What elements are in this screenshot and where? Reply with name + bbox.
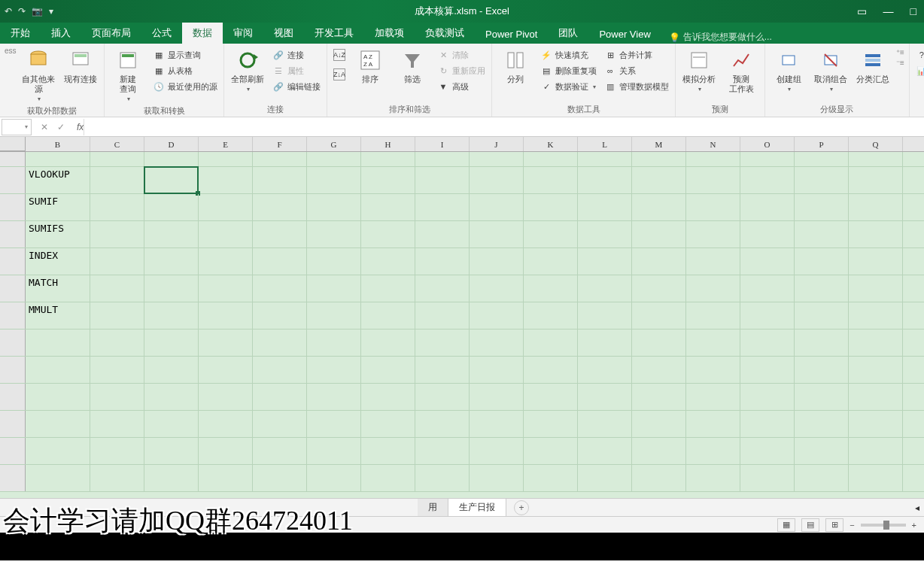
page-break-view-button[interactable]: ⊞ — [825, 518, 843, 532]
cell-b4[interactable]: SUMIFS — [26, 221, 90, 248]
tab-review[interactable]: 审阅 — [223, 23, 263, 44]
column-header[interactable]: D — [144, 137, 199, 151]
cell[interactable] — [740, 275, 795, 302]
tab-home[interactable]: 开始 — [0, 23, 41, 44]
tab-data[interactable]: 数据 — [182, 23, 223, 44]
minimize-icon[interactable]: — — [883, 5, 894, 17]
cell[interactable] — [578, 152, 632, 166]
cell[interactable] — [26, 152, 90, 166]
cell[interactable] — [740, 152, 795, 166]
cell[interactable] — [253, 167, 307, 193]
cell[interactable] — [578, 221, 632, 248]
column-header[interactable]: O — [740, 137, 795, 151]
cell[interactable] — [415, 275, 470, 302]
cell[interactable] — [849, 152, 903, 166]
cell[interactable] — [90, 411, 144, 437]
cell[interactable] — [361, 411, 415, 437]
cell[interactable] — [632, 302, 686, 329]
cell[interactable] — [524, 275, 578, 302]
cell[interactable] — [26, 411, 90, 437]
ribbon-options-icon[interactable]: ▭ — [857, 5, 867, 17]
column-header[interactable]: E — [199, 137, 253, 151]
column-header[interactable]: G — [307, 137, 361, 151]
cell[interactable] — [849, 248, 903, 275]
sort-az-button[interactable]: A↓Z — [332, 48, 347, 62]
cell[interactable] — [26, 438, 90, 464]
relationships-button[interactable]: ∞关系 — [603, 64, 670, 77]
cell[interactable] — [361, 384, 415, 410]
enter-formula-icon[interactable]: ✓ — [57, 122, 65, 132]
cell[interactable] — [415, 329, 470, 356]
existing-connections-button[interactable]: 现有连接 — [62, 47, 99, 84]
cell[interactable] — [199, 221, 253, 248]
cell[interactable] — [144, 275, 199, 302]
cell[interactable] — [849, 357, 903, 383]
cell[interactable] — [90, 329, 144, 356]
cell[interactable] — [90, 152, 144, 166]
cell[interactable] — [361, 438, 415, 464]
flash-fill-button[interactable]: ⚡快速填充 — [539, 48, 598, 62]
cell[interactable] — [795, 438, 849, 464]
sheet-tab[interactable]: 用 — [418, 499, 448, 516]
cell[interactable] — [415, 194, 470, 220]
cell[interactable] — [253, 384, 307, 410]
cell[interactable] — [253, 438, 307, 464]
show-queries-button[interactable]: ▦显示查询 — [151, 48, 219, 62]
cell[interactable] — [199, 302, 253, 329]
cell[interactable] — [686, 329, 740, 356]
cell[interactable] — [795, 248, 849, 275]
cell[interactable] — [740, 167, 795, 193]
cell[interactable] — [361, 152, 415, 166]
camera-icon[interactable]: 📷 — [32, 6, 43, 17]
advanced-filter-button[interactable]: ▼高级 — [436, 80, 487, 93]
cell[interactable] — [578, 357, 632, 383]
cell[interactable] — [578, 438, 632, 464]
sort-button[interactable]: A ZZ A 排序 — [351, 47, 389, 84]
cell[interactable] — [144, 465, 199, 491]
row-header[interactable] — [0, 275, 26, 302]
cell[interactable] — [26, 465, 90, 491]
cell[interactable] — [740, 357, 795, 383]
cell[interactable] — [26, 384, 90, 410]
cell[interactable] — [144, 357, 199, 383]
cell[interactable] — [524, 194, 578, 220]
cell[interactable] — [415, 221, 470, 248]
cell[interactable] — [849, 275, 903, 302]
cell[interactable] — [578, 167, 632, 193]
cell[interactable] — [795, 152, 849, 166]
tab-insert[interactable]: 插入 — [41, 23, 81, 44]
column-header[interactable]: J — [470, 137, 524, 151]
page-layout-view-button[interactable]: ▤ — [801, 518, 819, 532]
tab-powerview[interactable]: Power View — [588, 25, 661, 44]
cell[interactable] — [740, 465, 795, 491]
cell[interactable] — [307, 302, 361, 329]
cell[interactable] — [144, 302, 199, 329]
cell[interactable] — [199, 152, 253, 166]
cell[interactable] — [253, 465, 307, 491]
cell[interactable] — [415, 248, 470, 275]
cell[interactable] — [524, 438, 578, 464]
cell[interactable] — [144, 411, 199, 437]
cell[interactable] — [849, 438, 903, 464]
cell[interactable] — [578, 248, 632, 275]
cell[interactable] — [144, 248, 199, 275]
cell[interactable] — [849, 167, 903, 193]
cell[interactable] — [632, 329, 686, 356]
cell[interactable] — [253, 275, 307, 302]
cell[interactable] — [415, 167, 470, 193]
column-header[interactable]: L — [578, 137, 632, 151]
cell[interactable] — [686, 411, 740, 437]
cell[interactable] — [361, 465, 415, 491]
cell[interactable] — [795, 221, 849, 248]
cell[interactable] — [632, 167, 686, 193]
cell[interactable] — [686, 167, 740, 193]
cell[interactable] — [470, 384, 524, 410]
cell[interactable] — [849, 329, 903, 356]
cell[interactable] — [253, 152, 307, 166]
cell[interactable] — [578, 411, 632, 437]
cell[interactable] — [361, 167, 415, 193]
cell[interactable] — [90, 275, 144, 302]
cell[interactable] — [578, 329, 632, 356]
cell[interactable] — [632, 438, 686, 464]
hscroll-left-icon[interactable]: ◂ — [915, 503, 919, 513]
